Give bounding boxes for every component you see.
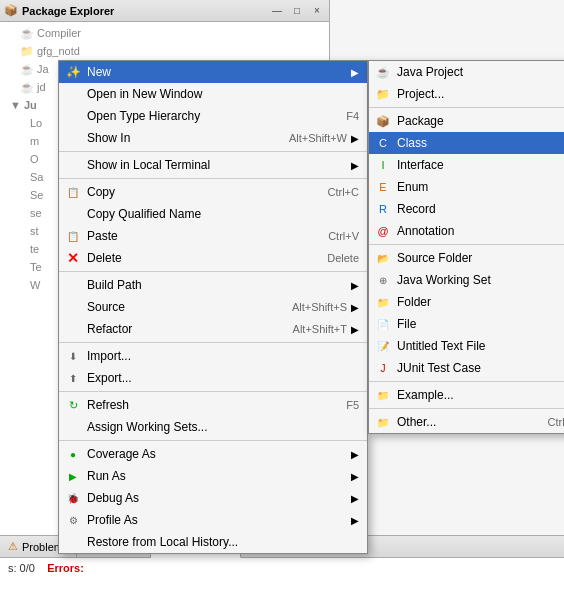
menu-item-delete[interactable]: ✕ Delete Delete: [59, 247, 367, 269]
menu-item-run-as[interactable]: ▶ Run As ▶: [59, 465, 367, 487]
arrow-icon: ▶: [351, 133, 359, 144]
panel-title: Package Explorer: [22, 5, 265, 17]
menu-item-export[interactable]: ⬆ Export...: [59, 367, 367, 389]
other-icon: 📁: [375, 414, 391, 430]
menu-item-copy-qualified[interactable]: Copy Qualified Name: [59, 203, 367, 225]
text-file-icon: 📝: [375, 338, 391, 354]
menu-item-build-path[interactable]: Build Path ▶: [59, 274, 367, 296]
coverage-icon: ●: [65, 446, 81, 462]
submenu-item-junit[interactable]: J JUnit Test Case: [369, 357, 564, 379]
submenu-separator: [369, 381, 564, 382]
submenu-item-annotation[interactable]: @ Annotation: [369, 220, 564, 242]
working-set-icon: ⊕: [375, 272, 391, 288]
tree-item[interactable]: ☕ Compiler: [0, 24, 329, 42]
menu-item-assign-working-sets[interactable]: Assign Working Sets...: [59, 416, 367, 438]
submenu-separator: [369, 107, 564, 108]
bottom-content: s: 0/0 Errors:: [0, 558, 564, 578]
submenu-item-example[interactable]: 📁 Example...: [369, 384, 564, 406]
context-menu: ✨ New ▶ Open in New Window Open Type Hie…: [58, 60, 368, 554]
submenu-item-file[interactable]: 📄 File: [369, 313, 564, 335]
panel-icon: 📦: [4, 4, 18, 17]
submenu-item-java-working-set[interactable]: ⊕ Java Working Set: [369, 269, 564, 291]
arrow-icon: ▶: [351, 515, 359, 526]
menu-item-show-local-terminal[interactable]: Show in Local Terminal ▶: [59, 154, 367, 176]
menu-item-debug-as[interactable]: 🐞 Debug As ▶: [59, 487, 367, 509]
arrow-icon: ▶: [351, 160, 359, 171]
new-submenu: ☕ Java Project 📁 Project... 📦 Package C …: [368, 60, 564, 434]
maximize-button[interactable]: □: [289, 3, 305, 19]
menu-item-refresh[interactable]: ↻ Refresh F5: [59, 394, 367, 416]
minimize-button[interactable]: —: [269, 3, 285, 19]
enum-icon: E: [375, 179, 391, 195]
refresh-icon: ↻: [65, 397, 81, 413]
tree-item[interactable]: 📁 gfg_notd: [0, 42, 329, 60]
java-icon: ☕: [20, 81, 34, 94]
arrow-icon: ▶: [351, 471, 359, 482]
submenu-separator: [369, 244, 564, 245]
problems-icon: ⚠: [8, 540, 18, 553]
menu-item-paste[interactable]: 📋 Paste Ctrl+V: [59, 225, 367, 247]
source-folder-icon: 📂: [375, 250, 391, 266]
arrow-icon: ▶: [351, 302, 359, 313]
menu-separator: [59, 178, 367, 179]
menu-item-copy[interactable]: 📋 Copy Ctrl+C: [59, 181, 367, 203]
copy-icon: 📋: [65, 184, 81, 200]
paste-icon: 📋: [65, 228, 81, 244]
interface-icon: I: [375, 157, 391, 173]
panel-header: 📦 Package Explorer — □ ×: [0, 0, 329, 22]
delete-icon: ✕: [65, 250, 81, 266]
record-icon: R: [375, 201, 391, 217]
submenu-item-other[interactable]: 📁 Other... Ctrl+N: [369, 411, 564, 433]
java-icon: ☕: [20, 63, 34, 76]
run-icon: ▶: [65, 468, 81, 484]
menu-item-open-type-hierarchy[interactable]: Open Type Hierarchy F4: [59, 105, 367, 127]
menu-separator: [59, 440, 367, 441]
class-icon: C: [375, 135, 391, 151]
export-icon: ⬆: [65, 370, 81, 386]
arrow-icon: ▶: [351, 324, 359, 335]
menu-separator: [59, 151, 367, 152]
submenu-item-interface[interactable]: I Interface: [369, 154, 564, 176]
submenu-item-enum[interactable]: E Enum: [369, 176, 564, 198]
profile-icon: ⚙: [65, 512, 81, 528]
project-icon: 📁: [375, 86, 391, 102]
menu-item-import[interactable]: ⬇ Import...: [59, 345, 367, 367]
errors-label: Errors:: [47, 562, 84, 574]
junit-icon: J: [375, 360, 391, 376]
submenu-item-class[interactable]: C Class: [369, 132, 564, 154]
menu-separator: [59, 391, 367, 392]
menu-item-profile-as[interactable]: ⚙ Profile As ▶: [59, 509, 367, 531]
submenu-item-record[interactable]: R Record: [369, 198, 564, 220]
menu-separator: [59, 342, 367, 343]
debug-icon: 🐞: [65, 490, 81, 506]
submenu-item-project[interactable]: 📁 Project...: [369, 83, 564, 105]
package-icon: 📦: [375, 113, 391, 129]
compiler-icon: ☕: [20, 27, 34, 40]
submenu-item-source-folder[interactable]: 📂 Source Folder: [369, 247, 564, 269]
arrow-icon: ▶: [351, 493, 359, 504]
menu-item-coverage-as[interactable]: ● Coverage As ▶: [59, 443, 367, 465]
folder-icon: 📁: [375, 294, 391, 310]
arrow-icon: ▶: [351, 449, 359, 460]
expand-icon: ▼: [10, 99, 21, 111]
submenu-item-package[interactable]: 📦 Package: [369, 110, 564, 132]
arrow-icon: ▶: [351, 67, 359, 78]
annotation-icon: @: [375, 223, 391, 239]
new-icon: ✨: [65, 64, 81, 80]
submenu-item-untitled-text[interactable]: 📝 Untitled Text File: [369, 335, 564, 357]
example-icon: 📁: [375, 387, 391, 403]
menu-item-source[interactable]: Source Alt+Shift+S ▶: [59, 296, 367, 318]
menu-item-restore-local[interactable]: Restore from Local History...: [59, 531, 367, 553]
submenu-separator: [369, 408, 564, 409]
menu-item-refactor[interactable]: Refactor Alt+Shift+T ▶: [59, 318, 367, 340]
file-icon: 📄: [375, 316, 391, 332]
submenu-item-folder[interactable]: 📁 Folder: [369, 291, 564, 313]
submenu-item-java-project[interactable]: ☕ Java Project: [369, 61, 564, 83]
menu-item-show-in[interactable]: Show In Alt+Shift+W ▶: [59, 127, 367, 149]
import-icon: ⬇: [65, 348, 81, 364]
package-icon: 📁: [20, 45, 34, 58]
menu-item-new[interactable]: ✨ New ▶: [59, 61, 367, 83]
close-button[interactable]: ×: [309, 3, 325, 19]
arrow-icon: ▶: [351, 280, 359, 291]
menu-item-open-new-window[interactable]: Open in New Window: [59, 83, 367, 105]
